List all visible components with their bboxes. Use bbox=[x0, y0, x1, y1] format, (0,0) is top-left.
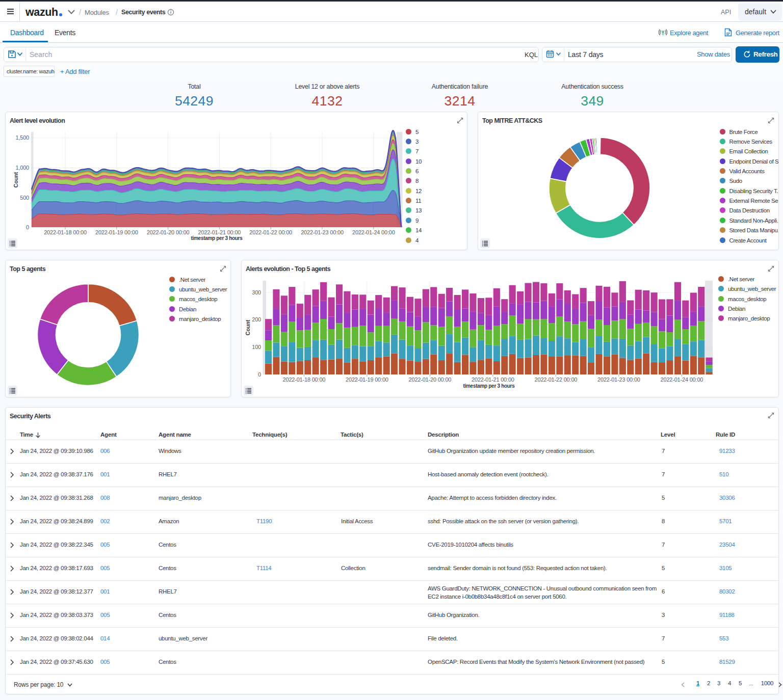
svg-text:1,000: 1,000 bbox=[15, 165, 29, 171]
svg-text:2022-01-24 00:00: 2022-01-24 00:00 bbox=[661, 376, 703, 383]
svg-text:2022-01-20 00:00: 2022-01-20 00:00 bbox=[409, 376, 452, 383]
svg-text:500: 500 bbox=[20, 195, 29, 201]
svg-text:2022-01-19 00:00: 2022-01-19 00:00 bbox=[95, 229, 138, 235]
svg-text:2022-01-21 00:00: 2022-01-21 00:00 bbox=[198, 229, 241, 235]
svg-text:timestamp per 3 hours: timestamp per 3 hours bbox=[191, 235, 243, 241]
svg-text:timestamp per 3 hours: timestamp per 3 hours bbox=[463, 383, 515, 389]
svg-text:2022-01-18 00:00: 2022-01-18 00:00 bbox=[283, 376, 326, 383]
svg-text:2022-01-24 00:00: 2022-01-24 00:00 bbox=[352, 229, 395, 235]
svg-text:Count: Count bbox=[245, 319, 251, 335]
svg-text:0: 0 bbox=[258, 371, 261, 378]
svg-text:2022-01-23 00:00: 2022-01-23 00:00 bbox=[597, 376, 640, 383]
svg-text:300: 300 bbox=[252, 289, 261, 295]
svg-text:1,500: 1,500 bbox=[15, 134, 29, 141]
svg-text:2022-01-23 00:00: 2022-01-23 00:00 bbox=[301, 229, 344, 235]
svg-text:Count: Count bbox=[13, 172, 19, 187]
svg-text:0: 0 bbox=[26, 224, 29, 230]
svg-text:2022-01-19 00:00: 2022-01-19 00:00 bbox=[346, 376, 388, 383]
svg-text:2022-01-21 00:00: 2022-01-21 00:00 bbox=[472, 376, 514, 383]
svg-text:100: 100 bbox=[252, 344, 261, 350]
svg-text:2022-01-20 00:00: 2022-01-20 00:00 bbox=[147, 229, 190, 235]
svg-text:2022-01-22 00:00: 2022-01-22 00:00 bbox=[249, 229, 292, 235]
svg-text:2022-01-22 00:00: 2022-01-22 00:00 bbox=[535, 376, 578, 383]
svg-text:2022-01-18 00:00: 2022-01-18 00:00 bbox=[44, 229, 87, 235]
svg-text:200: 200 bbox=[252, 316, 261, 322]
